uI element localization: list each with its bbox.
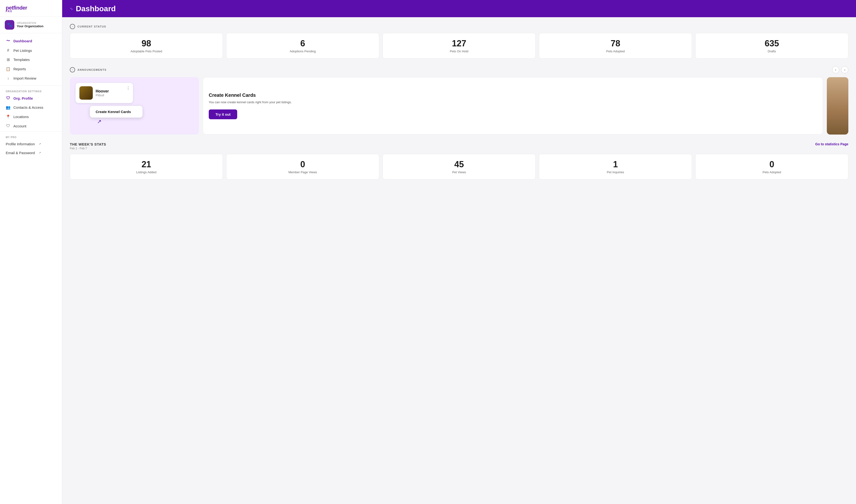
main-nav: 〜 Dashboard # Pet Listings ⊞ Templates 📋… — [0, 33, 62, 86]
import-icon: ↓ — [6, 76, 11, 80]
sidebar-item-email-password[interactable]: Email & Password ↗ — [0, 148, 62, 157]
sidebar-item-label: Pet Listings — [13, 49, 32, 53]
stat-number: 1 — [544, 159, 687, 169]
week-stats-header: THE WEEK'S STATS Feb 1 - Feb 7 Go to sta… — [70, 142, 848, 150]
week-stat-page-views: 0 Member Page Views — [226, 154, 379, 179]
waveform-icon: ∿ — [70, 6, 73, 11]
stat-card-adopted: 78 Pets Adopted — [539, 33, 692, 58]
stat-card-adoptable: 98 Adoptable Pets Posted — [70, 33, 223, 58]
week-stats-grid: 21 Listings Added 0 Member Page Views 45… — [70, 154, 848, 179]
stat-label: Pets Adopted — [700, 170, 843, 174]
ann-section-header: − ANNOUNCEMENTS — [70, 67, 107, 72]
org-settings-section: ORGANIZATION SETTINGS 🛡 Org. Profile 👥 C… — [0, 86, 62, 132]
stat-number: 0 — [700, 159, 843, 169]
org-name: Your Organization — [17, 24, 43, 28]
sidebar-item-label: Locations — [13, 115, 29, 119]
week-date-range: Feb 1 - Feb 7 — [70, 147, 106, 150]
sidebar-item-org-profile[interactable]: 🛡 Org. Profile — [0, 94, 62, 103]
ann-title: ANNOUNCEMENTS — [77, 68, 107, 71]
sidebar-item-label: Reports — [13, 67, 26, 71]
ann-nav: ‹ › — [832, 66, 848, 73]
locations-icon: 📍 — [6, 114, 11, 119]
stat-number: 78 — [544, 38, 687, 49]
sidebar-item-account[interactable]: 🛡 Account — [0, 121, 62, 130]
go-to-stats-link[interactable]: Go to statistics Page — [815, 142, 848, 146]
week-stat-pets-adopted: 0 Pets Adopted — [695, 154, 848, 179]
sidebar-item-profile-info[interactable]: Profile Information ↗ — [0, 140, 62, 148]
external-link-icon-2: ↗ — [39, 151, 41, 155]
templates-icon: ⊞ — [6, 57, 11, 62]
stat-label: Pet Views — [388, 170, 530, 174]
stat-label: Member Page Views — [231, 170, 374, 174]
sidebar-item-locations[interactable]: 📍 Locations — [0, 112, 62, 121]
stat-label: Drafts — [700, 50, 843, 53]
stat-label: Pet Inquiries — [544, 170, 687, 174]
stat-label: Adoptable Pets Posted — [75, 50, 218, 53]
contacts-icon: 👥 — [6, 105, 11, 110]
week-stat-listings-added: 21 Listings Added — [70, 154, 223, 179]
pet-name: Hoover — [95, 89, 109, 93]
stat-card-drafts: 635 Drafts — [695, 33, 848, 58]
status-icon: − — [70, 24, 75, 29]
week-stat-pet-inquiries: 1 Pet Inquiries — [539, 154, 692, 179]
sidebar-item-label: Account — [13, 124, 26, 128]
stat-number: 635 — [700, 38, 843, 49]
stat-card-on-hold: 127 Pets On Hold — [383, 33, 536, 58]
sidebar-item-contacts-access[interactable]: 👥 Contacts & Access — [0, 103, 62, 112]
ann-next-button[interactable]: › — [841, 66, 848, 73]
sidebar-item-import-review[interactable]: ↓ Import Review — [0, 74, 62, 83]
week-stats-section: THE WEEK'S STATS Feb 1 - Feb 7 Go to sta… — [70, 142, 848, 179]
pet-card: Hoover Pitbull ⋮ — [75, 83, 133, 103]
ann-detail-card: Create Kennel Cards You can now create k… — [203, 77, 823, 134]
sidebar-item-label: Dashboard — [13, 39, 32, 43]
ann-cards-container: Hoover Pitbull ⋮ Create Kennel Cards ↗ C… — [70, 77, 848, 134]
cursor-indicator: ↗ — [97, 119, 193, 125]
org-label: Organization — [17, 22, 43, 24]
sidebar-item-pet-listings[interactable]: # Pet Listings — [0, 46, 62, 55]
pet-photo — [80, 86, 93, 100]
account-icon: 🛡 — [6, 124, 11, 128]
profile-info-label: Profile Information — [6, 142, 35, 146]
announcements-header: − ANNOUNCEMENTS ‹ › — [70, 66, 848, 73]
pet-listings-icon: # — [6, 48, 11, 53]
ann-image-partial — [827, 77, 848, 134]
status-stats-grid: 98 Adoptable Pets Posted 6 Adoptions Pen… — [70, 33, 848, 58]
email-password-label: Email & Password — [6, 151, 35, 155]
current-status-section: − CURRENT STATUS 98 Adoptable Pets Poste… — [70, 24, 848, 58]
pet-photo-inner — [80, 86, 93, 100]
sidebar-item-label: Contacts & Access — [13, 105, 43, 109]
sidebar: petfinder PRO 🐾 Organization Your Organi… — [0, 0, 62, 504]
sidebar-item-label: Templates — [13, 58, 30, 62]
pet-breed: Pitbull — [95, 93, 109, 97]
ann-prev-button[interactable]: ‹ — [832, 66, 839, 73]
current-status-header: − CURRENT STATUS — [70, 24, 848, 29]
page-title: Dashboard — [76, 4, 116, 13]
reports-icon: 📋 — [6, 67, 11, 71]
pet-info: Hoover Pitbull — [95, 89, 109, 97]
stat-number: 127 — [388, 38, 530, 49]
stat-number: 45 — [388, 159, 530, 169]
org-icon: 🐾 — [5, 20, 14, 30]
ann-detail-title: Create Kennel Cards — [209, 92, 817, 98]
org-selector[interactable]: 🐾 Organization Your Organization — [0, 17, 62, 33]
week-title-block: THE WEEK'S STATS Feb 1 - Feb 7 — [70, 142, 106, 150]
ann-icon: − — [70, 67, 75, 72]
stat-number: 21 — [75, 159, 218, 169]
pet-menu-button[interactable]: ⋮ — [126, 86, 130, 90]
stat-number: 0 — [231, 159, 374, 169]
ann-detail-desc: You can now create kennel cards right fr… — [209, 100, 817, 105]
try-it-out-button[interactable]: Try it out — [209, 109, 237, 119]
org-profile-icon: 🛡 — [6, 96, 11, 101]
content-area: − CURRENT STATUS 98 Adoptable Pets Poste… — [62, 17, 856, 504]
stat-number: 6 — [231, 38, 374, 49]
main-area: ∿ Dashboard − CURRENT STATUS 98 Adoptabl… — [62, 0, 856, 504]
sidebar-item-label: Import Review — [13, 76, 36, 80]
my-pro-section: MY PRO Profile Information ↗ Email & Pas… — [0, 132, 62, 158]
stat-label: Listings Added — [75, 170, 218, 174]
kennel-card-popup: Create Kennel Cards — [90, 106, 142, 118]
sidebar-item-reports[interactable]: 📋 Reports — [0, 64, 62, 74]
stat-label: Pets Adopted — [544, 50, 687, 53]
sidebar-item-templates[interactable]: ⊞ Templates — [0, 55, 62, 64]
sidebar-item-dashboard[interactable]: 〜 Dashboard — [0, 36, 62, 46]
stat-label: Adoptions Pending — [231, 50, 374, 53]
